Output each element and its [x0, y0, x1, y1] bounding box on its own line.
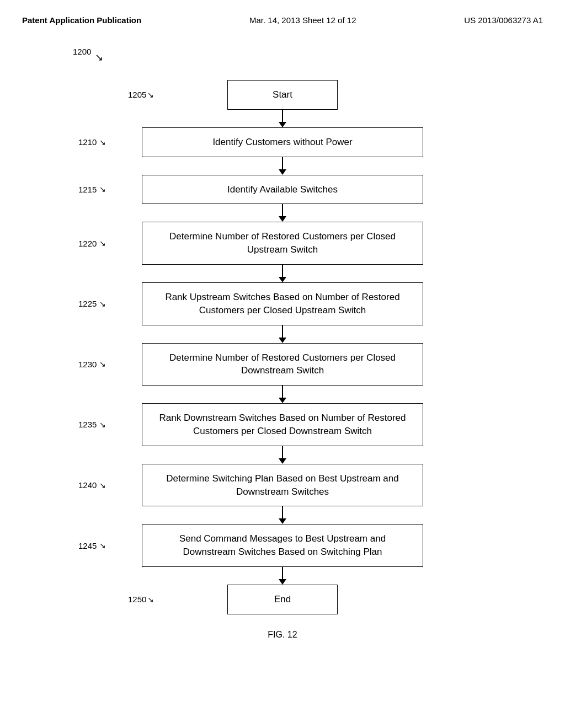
arrow-1225-1230 — [279, 325, 286, 343]
arrow-1220-1225 — [279, 265, 286, 282]
step-label-1210: 1210 — [78, 137, 97, 147]
step-label-arrow-1235: ↘ — [99, 420, 106, 429]
arrow-1205-1210 — [279, 110, 286, 127]
step-label-1240: 1240 — [78, 480, 97, 490]
step-label-arrow-1205: ↘ — [147, 90, 154, 99]
step-row-1230: 1230 ↘ Determine Number of Restored Cust… — [62, 343, 503, 386]
step-box-1215: Identify Available Switches — [142, 175, 423, 205]
step-box-1245: Send Command Messages to Best Upstream a… — [142, 524, 423, 567]
step-label-1220: 1220 — [78, 239, 97, 248]
step-label-1235: 1235 — [78, 420, 97, 429]
step-row-1220: 1220 ↘ Determine Number of Restored Cust… — [62, 222, 503, 265]
step-box-1230: Determine Number of Restored Customers p… — [142, 343, 423, 386]
diagram-arrow-decoration: ↘ — [95, 51, 103, 63]
diagram-label: 1200 — [73, 47, 91, 56]
step-box-1220: Determine Number of Restored Customers p… — [142, 222, 423, 265]
arrow-1215-1220 — [279, 204, 286, 222]
step-label-arrow-1215: ↘ — [99, 185, 106, 194]
step-row-1215: 1215 ↘ Identify Available Switches — [62, 175, 503, 205]
step-box-1205: Start — [227, 80, 338, 110]
figure-caption: FIG. 12 — [268, 630, 297, 640]
step-box-1235: Rank Downstream Switches Based on Number… — [142, 403, 423, 446]
step-label-1230: 1230 — [78, 360, 97, 369]
flowchart-diagram: 1200 ↘ 1205 ↘ Start 1210 ↘ Identify Cust… — [62, 47, 503, 640]
main-content: 1200 ↘ 1205 ↘ Start 1210 ↘ Identify Cust… — [0, 30, 565, 640]
step-label-1215: 1215 — [78, 185, 97, 194]
step-label-1245: 1245 — [78, 541, 97, 550]
step-label-1225: 1225 — [78, 299, 97, 308]
step-label-arrow-1225: ↘ — [99, 299, 106, 308]
page-header: Patent Application Publication Mar. 14, … — [0, 0, 565, 30]
step-row-1235: 1235 ↘ Rank Downstream Switches Based on… — [62, 403, 503, 446]
step-label-1250: 1250 — [128, 595, 146, 604]
step-label-arrow-1250: ↘ — [147, 595, 154, 604]
step-label-arrow-1220: ↘ — [99, 239, 106, 248]
header-left: Patent Application Publication — [22, 15, 141, 25]
step-row-1240: 1240 ↘ Determine Switching Plan Based on… — [62, 464, 503, 507]
step-label-arrow-1240: ↘ — [99, 481, 106, 490]
arrow-1230-1235 — [279, 386, 286, 403]
step-label-arrow-1210: ↘ — [99, 138, 106, 147]
step-row-1245: 1245 ↘ Send Command Messages to Best Ups… — [62, 524, 503, 567]
arrow-1240-1245 — [279, 506, 286, 524]
step-row-1210: 1210 ↘ Identify Customers without Power — [62, 127, 503, 157]
step-box-1250: End — [227, 585, 338, 614]
step-label-arrow-1230: ↘ — [99, 360, 106, 368]
step-label-1205: 1205 — [128, 90, 146, 99]
arrow-1245-1250 — [279, 567, 286, 585]
step-box-1210: Identify Customers without Power — [142, 127, 423, 157]
header-center: Mar. 14, 2013 Sheet 12 of 12 — [249, 15, 356, 25]
step-row-1250: 1250 ↘ End — [62, 585, 503, 614]
step-box-1240: Determine Switching Plan Based on Best U… — [142, 464, 423, 507]
step-row-1225: 1225 ↘ Rank Upstream Switches Based on N… — [62, 282, 503, 325]
step-box-1225: Rank Upstream Switches Based on Number o… — [142, 282, 423, 325]
step-label-arrow-1245: ↘ — [99, 541, 106, 550]
header-right: US 2013/0063273 A1 — [464, 15, 543, 25]
arrow-1235-1240 — [279, 446, 286, 464]
step-row-1205: 1205 ↘ Start — [62, 80, 503, 110]
arrow-1210-1215 — [279, 157, 286, 175]
